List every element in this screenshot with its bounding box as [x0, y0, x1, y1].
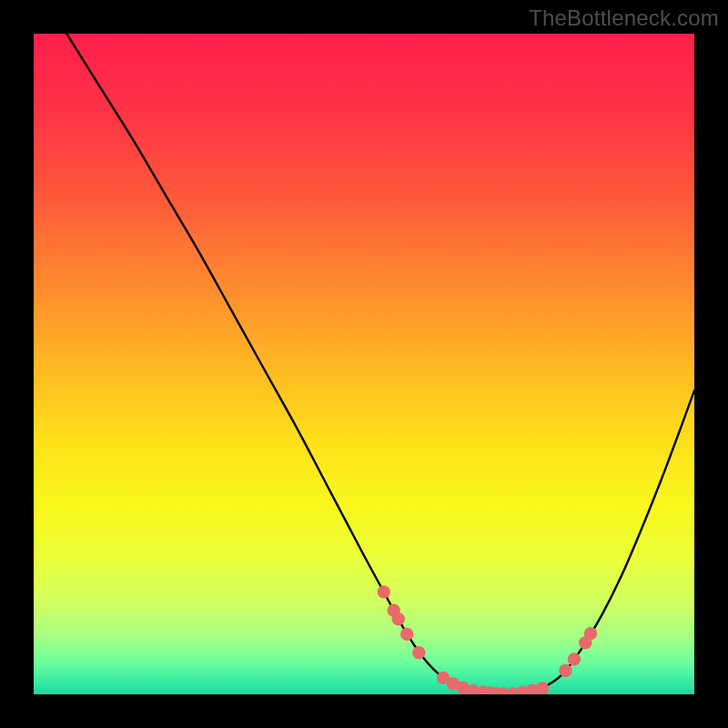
data-marker: [378, 585, 390, 598]
data-marker: [392, 612, 405, 625]
data-marker: [584, 627, 597, 640]
data-marker: [412, 646, 425, 659]
data-marker: [536, 682, 549, 694]
watermark-text: TheBottleneck.com: [529, 5, 719, 31]
data-marker: [559, 664, 571, 677]
gradient-background: [34, 34, 694, 694]
plot-area: [34, 34, 694, 694]
chart-frame: TheBottleneck.com: [0, 0, 728, 728]
data-marker: [400, 628, 413, 641]
data-marker: [568, 652, 581, 665]
bottleneck-chart: [34, 34, 694, 694]
